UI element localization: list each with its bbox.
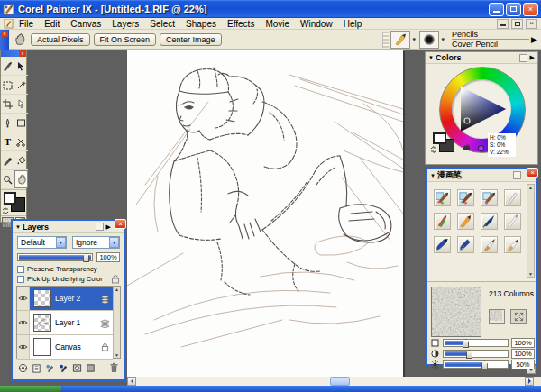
collapse-icon[interactable]: ▼ <box>428 55 434 60</box>
brush-variant-icon[interactable] <box>504 213 521 230</box>
layer-row[interactable]: Canvas <box>17 335 113 360</box>
layer-opacity-slider[interactable] <box>17 253 93 261</box>
crop-tool[interactable] <box>1 95 14 114</box>
menu-select[interactable]: Select <box>144 19 180 29</box>
paper-brightness-slider[interactable] <box>443 360 509 369</box>
layer-thumbnail[interactable] <box>33 338 51 356</box>
menu-shapes[interactable]: Shapes <box>180 19 222 29</box>
menu-movie[interactable]: Movie <box>260 19 295 29</box>
grabber-tool[interactable] <box>14 170 28 188</box>
new-layer-icon[interactable] <box>32 363 41 373</box>
brush-variant-icon[interactable] <box>434 213 451 230</box>
horizontal-scroll-thumb[interactable] <box>330 377 350 386</box>
brush-variant-icon[interactable] <box>434 189 451 206</box>
scroll-left-button[interactable] <box>127 377 136 386</box>
preserve-transparency-checkbox[interactable] <box>17 266 24 273</box>
layers-palette-close-button[interactable]: × <box>115 219 126 229</box>
scroll-down-icon[interactable]: ▼ <box>527 271 534 277</box>
new-watercolor-layer-icon[interactable] <box>45 363 55 373</box>
scroll-right-button[interactable] <box>525 377 534 386</box>
start-button[interactable] <box>0 386 61 392</box>
new-liquid-ink-layer-icon[interactable] <box>59 363 69 373</box>
brush-dab-well[interactable] <box>419 31 439 49</box>
layer-visibility-toggle[interactable] <box>17 311 30 334</box>
brush-variant-dropdown-icon[interactable]: ▼ <box>440 37 445 42</box>
palette-dock-icon[interactable] <box>513 171 521 179</box>
pen-tool[interactable] <box>1 114 14 132</box>
collapse-icon[interactable]: ▼ <box>15 224 21 230</box>
dropper-tool[interactable] <box>1 151 14 170</box>
brush-variant-icon[interactable] <box>457 189 474 206</box>
palette-dock-icon[interactable] <box>519 54 527 62</box>
menu-edit[interactable]: Edit <box>39 19 65 29</box>
swap-colors-icon[interactable] <box>2 207 9 214</box>
mdi-restore-button[interactable] <box>511 19 523 29</box>
paper-texture-preview[interactable] <box>431 287 481 337</box>
menu-canvas[interactable]: Canvas <box>65 19 106 29</box>
mixer-hand-icon[interactable] <box>462 141 472 151</box>
brush-variant-icon[interactable] <box>457 236 474 253</box>
toolbox-close-icon[interactable]: x <box>19 50 26 57</box>
toolbox-title-bar[interactable]: x <box>1 50 26 57</box>
shape-select-tool[interactable] <box>14 95 28 114</box>
sv-triangle[interactable] <box>454 81 509 137</box>
property-bar-grip[interactable]: x <box>0 30 9 50</box>
main-color-well[interactable] <box>433 132 446 144</box>
layer-visibility-toggle[interactable] <box>17 287 30 310</box>
brush-variant-icon[interactable] <box>504 189 521 206</box>
brush-tool[interactable] <box>1 57 14 76</box>
paper-brightness-value[interactable]: 50% <box>511 360 535 369</box>
brush-variant-label[interactable]: Cover Pencil <box>452 40 529 49</box>
paper-scale-value[interactable]: 100% <box>511 338 535 348</box>
brush-variant-icon[interactable] <box>481 213 498 230</box>
mdi-close-button[interactable]: × <box>526 19 537 29</box>
restore-button[interactable] <box>506 3 521 16</box>
property-bar-close-icon[interactable]: x <box>1 31 8 37</box>
magic-wand-tool[interactable] <box>14 76 28 95</box>
actual-pixels-button[interactable]: Actual Pixels <box>31 33 90 46</box>
brush-selector-grip[interactable] <box>382 32 389 48</box>
new-layer-mask-icon[interactable] <box>72 363 82 373</box>
brush-category-dropdown-icon[interactable]: ▼ <box>411 37 417 42</box>
paper-contrast-value[interactable]: 100% <box>511 349 535 359</box>
layer-adjuster-tool[interactable] <box>14 57 28 76</box>
brush-variant-icon[interactable] <box>457 213 474 230</box>
horizontal-scrollbar[interactable] <box>127 377 534 386</box>
menu-layers[interactable]: Layers <box>106 19 144 29</box>
brush-variant-icon[interactable] <box>481 236 498 253</box>
layer-name[interactable]: Layer 2 <box>55 294 100 303</box>
menu-help[interactable]: Help <box>338 19 368 29</box>
text-tool[interactable]: T <box>1 132 14 151</box>
combo-arrow-icon[interactable]: ▼ <box>109 237 119 248</box>
layer-name[interactable]: Canvas <box>55 342 101 351</box>
composite-depth-dropdown[interactable]: Ignore ▼ <box>72 236 120 249</box>
rect-select-tool[interactable] <box>1 76 14 95</box>
mdi-minimize-button[interactable] <box>497 19 509 29</box>
brush-palette-close-button[interactable]: × <box>527 168 538 178</box>
fit-on-screen-button[interactable]: Fit On Screen <box>94 33 157 46</box>
layers-palette-header[interactable]: ▼ Layers ▶ <box>13 221 124 233</box>
layer-name[interactable]: Layer 1 <box>55 318 100 327</box>
composite-method-dropdown[interactable]: Default ▼ <box>17 236 67 249</box>
layer-thumbnail[interactable] <box>33 289 51 307</box>
main-color-swatch[interactable] <box>4 192 16 205</box>
brush-variant-icon[interactable] <box>504 236 521 253</box>
brush-category-label[interactable]: Pencils <box>452 30 529 40</box>
minimize-button[interactable] <box>489 3 504 16</box>
invert-paper-button[interactable] <box>510 309 527 324</box>
combo-arrow-icon[interactable]: ▼ <box>56 237 66 248</box>
paper-contrast-slider[interactable] <box>443 350 509 358</box>
paper-pattern-button[interactable] <box>489 309 505 324</box>
center-image-button[interactable]: Center Image <box>160 33 222 46</box>
layers-flyout-icon[interactable]: ▶ <box>106 223 111 231</box>
menu-window[interactable]: Window <box>295 19 338 29</box>
menu-file[interactable]: File <box>14 19 39 29</box>
hue-marker[interactable] <box>478 145 484 151</box>
colors-flyout-icon[interactable]: ▶ <box>530 54 535 61</box>
magnifier-tool[interactable] <box>1 170 14 189</box>
palette-dock-icon[interactable] <box>96 223 104 231</box>
swap-colors-icon[interactable] <box>430 146 437 153</box>
layer-row[interactable]: Layer 1 <box>17 311 113 335</box>
group-layers-icon[interactable] <box>86 363 96 373</box>
pick-up-underlying-checkbox[interactable] <box>17 276 24 283</box>
